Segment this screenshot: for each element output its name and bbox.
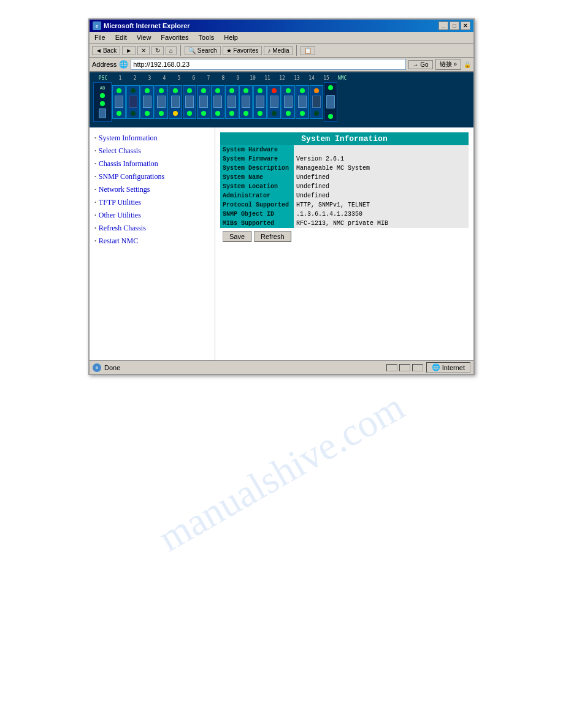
links-button[interactable]: 链接 » (435, 59, 461, 70)
home-button[interactable]: ⌂ (166, 46, 177, 55)
slot-15[interactable] (310, 85, 323, 119)
nav-item-restart-nmc[interactable]: • Restart NMC (94, 237, 210, 246)
slot-11[interactable] (253, 85, 267, 119)
slot-4-module (157, 96, 166, 108)
status-ind-3 (412, 364, 423, 371)
menu-file[interactable]: File (93, 33, 107, 42)
go-button[interactable]: → Go (408, 60, 433, 69)
title-bar: e Microsoft Internet Explorer _ □ ✕ (90, 20, 473, 32)
slot-3-ind-b (145, 111, 150, 116)
slot-num-13: 13 (290, 75, 304, 81)
status-indicators (386, 364, 423, 371)
nav-item-select-chassis[interactable]: • Select Chassis (94, 146, 210, 156)
system-info-title: System Information (220, 132, 469, 145)
separator-1 (180, 45, 181, 56)
slot-6[interactable] (183, 85, 196, 119)
slot-2[interactable] (126, 85, 140, 119)
slot-15-ind-a (314, 88, 319, 93)
toolbar: ◄ Back ► ✕ ↻ ⌂ 🔍 Search ★ Favorites ♪ Me… (90, 44, 473, 58)
stop-button[interactable]: ✕ (137, 46, 150, 55)
close-button[interactable]: ✕ (461, 21, 470, 30)
slot-1[interactable] (112, 85, 126, 119)
nav-link-system-information[interactable]: System Information (99, 134, 158, 143)
nav-item-system-information[interactable]: • System Information (94, 134, 210, 143)
minimize-button[interactable]: _ (439, 21, 448, 30)
refresh-button[interactable]: Refresh (254, 231, 291, 242)
refresh-button[interactable]: ↻ (151, 46, 164, 55)
slot-num-6: 6 (187, 75, 201, 81)
slot-2-module (129, 96, 137, 108)
save-button[interactable]: Save (223, 231, 251, 242)
bullet-tftp-utilities: • (94, 200, 96, 205)
slot-8-module (213, 96, 222, 108)
nav-link-network-settings[interactable]: Network Settings (99, 185, 150, 194)
slot-9[interactable] (225, 85, 239, 119)
slot-8[interactable] (211, 85, 224, 119)
psc-block: AB (93, 82, 112, 122)
slot-num-8: 8 (216, 75, 230, 81)
nav-link-chassis-information[interactable]: Chassis Information (99, 159, 158, 169)
row-protocol-supported: Protocol Supported HTTP, SNMPv1, TELNET (220, 200, 469, 210)
slot-12[interactable] (267, 85, 281, 119)
label-system-description: System Description (220, 164, 294, 173)
nav-link-tftp-utilities[interactable]: TFTP Utilities (99, 198, 141, 207)
menu-edit[interactable]: Edit (113, 33, 129, 42)
back-icon: ◄ (96, 47, 102, 54)
nav-item-other-utilities[interactable]: • Other Utilities (94, 211, 210, 220)
history-button[interactable]: 📋 (301, 46, 315, 55)
slot-num-9: 9 (231, 75, 245, 81)
slot-14-module (298, 96, 307, 108)
slot-13-module (284, 96, 293, 108)
slot-2-ind-a (131, 88, 136, 93)
slot-1-ind-a (117, 88, 121, 93)
label-snmp-object-id: SNMP Object ID (220, 210, 294, 219)
menu-tools[interactable]: Tools (197, 33, 216, 42)
nav-item-network-settings[interactable]: • Network Settings (94, 185, 210, 194)
menu-help[interactable]: Help (222, 33, 240, 42)
slot-3-ind-a (145, 88, 150, 93)
bullet-chassis-information: • (94, 161, 96, 167)
menu-view[interactable]: View (135, 33, 153, 42)
content-area: System Information System Hardware Syste… (215, 127, 473, 360)
page-background: e Microsoft Internet Explorer _ □ ✕ File… (0, 0, 563, 728)
search-button[interactable]: 🔍 Search (185, 46, 220, 55)
slot-11-module (256, 96, 264, 108)
nav-item-refresh-chassis[interactable]: • Refresh Chassis (94, 224, 210, 233)
slot-num-5: 5 (172, 75, 186, 81)
address-input[interactable] (131, 59, 405, 70)
favorites-button[interactable]: ★ Favorites (223, 46, 262, 55)
label-system-name: System Name (220, 173, 294, 182)
slot-1-module (115, 96, 123, 108)
value-protocol-supported: HTTP, SNMPv1, TELNET (294, 200, 469, 210)
psc-ind-1 (100, 93, 105, 98)
nav-item-snmp-configurations[interactable]: • SNMP Configurations (94, 172, 210, 181)
slot-6-module (185, 96, 194, 108)
nav-link-snmp-configurations[interactable]: SNMP Configurations (99, 172, 164, 181)
row-system-description: System Description Manageable MC System (220, 164, 469, 173)
slot-14-ind-a (300, 88, 305, 93)
media-button[interactable]: ♪ Media (264, 46, 293, 55)
slot-10[interactable] (239, 85, 253, 119)
maximize-button[interactable]: □ (450, 21, 459, 30)
nav-link-other-utilities[interactable]: Other Utilities (99, 211, 141, 220)
ab-label: AB (100, 86, 105, 91)
slot-13[interactable] (282, 85, 295, 119)
slot-14[interactable] (296, 85, 309, 119)
slot-4[interactable] (155, 85, 168, 119)
nav-link-select-chassis[interactable]: Select Chassis (99, 146, 141, 156)
nav-link-restart-nmc[interactable]: Restart NMC (99, 237, 138, 246)
nav-item-chassis-information[interactable]: • Chassis Information (94, 159, 210, 169)
slot-7[interactable] (197, 85, 210, 119)
slot-5[interactable] (169, 85, 182, 119)
nav-item-tftp-utilities[interactable]: • TFTP Utilities (94, 198, 210, 207)
forward-button[interactable]: ► (122, 46, 136, 55)
menu-favorites[interactable]: Favorites (159, 33, 190, 42)
slot-3[interactable] (140, 85, 154, 119)
title-bar-buttons[interactable]: _ □ ✕ (439, 21, 470, 30)
separator-2 (296, 45, 297, 56)
go-icon: → (413, 61, 419, 68)
slot-9-ind-a (229, 88, 234, 93)
nav-link-refresh-chassis[interactable]: Refresh Chassis (99, 224, 146, 233)
back-button[interactable]: ◄ Back (92, 46, 120, 55)
value-system-description: Manageable MC System (294, 164, 469, 173)
